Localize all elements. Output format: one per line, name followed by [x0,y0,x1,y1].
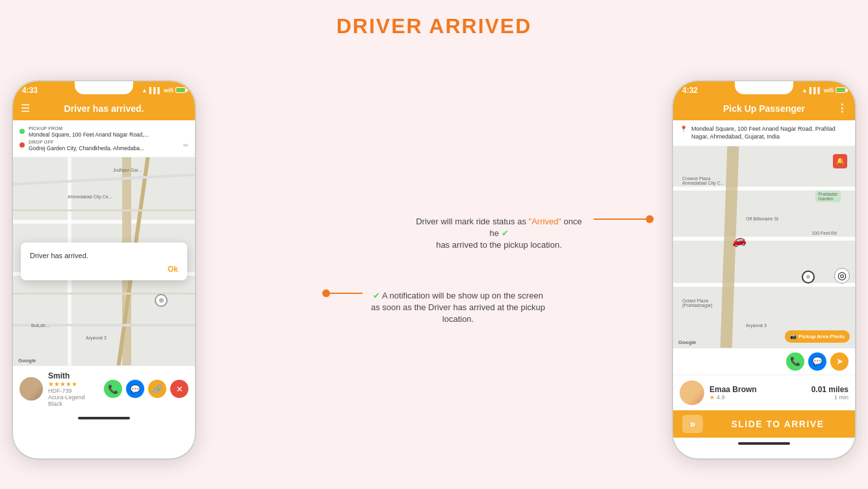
map-label-jodhpur: Jodhpur Gar... [113,168,142,172]
map-area-right: 🔔 🚗 ⊙ ◎ Crowne PlazaAhmedabad City C... … [673,146,855,348]
driver-avatar [19,377,43,401]
driver-info-bar: Smith ★★★★★ HDF-739 Acura-Legend Black 📞… [13,365,195,412]
main-content: 4:33 ▲ ▌▌▌ wifi ☰ Driver has arrived. PI… [0,50,868,489]
menu-icon-left[interactable]: ☰ [21,102,30,114]
pickup-point: PICKUP FROM Mondeal Square, 100 Feet Ana… [19,126,188,138]
notif-ok[interactable]: Ok [30,265,178,274]
edit-icon[interactable]: ✏ [183,142,188,149]
right-status-icons: ▲ ▌▌▌ wifi [802,87,846,94]
dropoff-point: DROP OFF Godrej Garden City, Chandkheda,… [19,139,188,152]
map-bg-left: Jodhpur Gar... Ahmedabad City Ce... 100 … [13,157,195,365]
passenger-avatar [680,380,704,405]
right-app-header: Pick Up Passenger ⋮ [673,97,855,120]
connector-dot-top [646,215,654,223]
right-time: 4:32 [682,86,698,95]
double-chevron-icon: » [690,418,696,430]
right-call-btn[interactable]: 📞 [786,352,804,371]
pickup-area-photo-btn[interactable]: 📷 Pickup Area Photo [785,330,850,343]
slide-label: SLIDE TO ARRIVE [709,419,846,429]
google-label-right: Google [678,339,696,345]
right-pickup-bar: 📍 Mondeal Square, 100 Feet Anand Nagar R… [673,120,855,146]
driver-name: Smith [48,371,99,380]
home-bar-line-right [738,442,790,445]
annotation-bottom-row: ✔ A notification will be show up on the … [214,289,654,324]
location-btn-right[interactable]: ◎ [834,268,850,284]
google-label-left: Google [18,358,36,363]
annotation-area: Driver will mark ride status as "Arrived… [195,215,673,324]
right-home-bar [673,438,855,449]
camera-icon: 📷 [790,334,797,339]
left-time: 4:33 [22,86,38,95]
annotation-bottom-text: ✔ A notification will be show up on the … [370,289,546,324]
passenger-rating: ★ 4.9 [709,394,757,401]
dropoff-address: Godrej Garden City, Chandkheda, Ahmedaba… [29,145,144,152]
left-phone: 4:33 ▲ ▌▌▌ wifi ☰ Driver has arrived. PI… [13,81,195,458]
route-info-bar-left: PICKUP FROM Mondeal Square, 100 Feet Ana… [13,120,195,157]
annotation-bottom-connector-left [322,289,363,297]
alert-marker: 🔔 [833,154,847,168]
battery-icon-left [175,87,186,93]
map-area-left: Jodhpur Gar... Ahmedabad City Ce... 100 … [13,157,195,365]
right-nav-btn[interactable]: ➤ [830,352,849,371]
pass-distance-value: 0.01 miles [811,385,849,394]
car-icon: 🚗 [730,231,747,248]
pickup-dot [19,129,25,134]
left-app-header: ☰ Driver has arrived. [13,97,195,120]
pickup-pin-icon: 📍 [680,126,687,133]
driver-car-model: Acura-Legend Black [48,394,99,407]
right-chat-btn[interactable]: 💬 [808,352,826,371]
call-button[interactable]: 📞 [104,380,122,398]
map-label-aryavrat-right: Aryavrat 3 [746,323,767,328]
phone-notch-right [735,81,793,94]
passenger-info-bar: Emaa Brown ★ 4.9 0.01 miles 1 min [673,375,855,410]
slide-to-arrive-bar[interactable]: » SLIDE TO ARRIVE [673,410,855,438]
battery-icon-right [836,87,846,93]
right-signal-icon: ▌▌▌ [810,87,822,94]
passenger-rating-value: 4.9 [717,394,725,401]
left-status-icons: ▲ ▌▌▌ wifi [142,87,186,94]
pickup-area-label: Pickup Area Photo [798,334,845,339]
chat-button[interactable]: 💬 [126,380,144,398]
right-header-title: Pick Up Passenger [723,103,805,114]
driver-action-icons: 📞 💬 🔗 ✕ [104,380,188,398]
pickup-address: Mondeal Square, 100 Feet Anand Nagar Roa… [29,131,149,138]
right-phone: 4:32 ▲ ▌▌▌ wifi Pick Up Passenger ⋮ 📍 Mo… [673,81,855,458]
annotation-top-row: Driver will mark ride status as "Arrived… [214,215,654,250]
map-label-city: Ahmedabad City Ce... [68,194,112,199]
dropoff-dot [19,142,25,148]
more-icon-right[interactable]: ⋮ [837,102,847,114]
page-title: DRIVER ARRIVED [337,14,532,38]
cancel-button[interactable]: ✕ [170,380,188,398]
map-label-100ft-right: 100 Feet Rd [811,231,837,235]
map-label-off-billionaire: Off Billionaire St [746,217,778,221]
right-pickup-address: Mondeal Square, 100 Feet Anand Nagar Roa… [691,125,849,141]
phone-notch-left [75,81,133,94]
location-marker-left: ◎ [155,294,168,307]
target-circle: ⊙ [802,271,815,284]
map-label-octant: Octant Plaza(Prahladnagar) [682,298,713,308]
location-icon: ▲ [142,87,147,94]
share-button[interactable]: 🔗 [148,380,166,398]
pickup-label: PICKUP FROM [29,126,149,131]
annotation-top-connector [594,215,654,223]
slide-arrow-icon: » [682,415,703,433]
map-label-prahlad: PrahladerGarden [815,191,840,202]
map-label-crown: Crowne PlazaAhmedabad City C... [682,176,724,185]
pass-time-value: 1 min [811,394,849,401]
connector-dot-bottom [322,289,330,297]
connector-line-bottom [330,293,363,294]
signal-icon: ▌▌▌ [149,87,162,94]
passenger-name: Emaa Brown [709,385,757,394]
home-bar-line-left [78,417,130,419]
left-home-bar [13,412,195,424]
driver-rating: ★★★★★ [48,380,99,388]
passenger-distance: 0.01 miles 1 min [811,385,849,401]
annotation-top-text: Driver will mark ride status as "Arrived… [415,215,583,250]
right-action-row: 📞 💬 ➤ [673,348,855,375]
map-label-buildings: BuiLdir.... [31,323,50,328]
left-header-title: Driver has arrived. [64,103,144,114]
notif-text: Driver has arrived. [30,252,178,259]
connector-line-top [594,218,646,220]
right-wifi-icon: wifi [824,87,834,94]
wifi-icon: wifi [164,87,173,94]
